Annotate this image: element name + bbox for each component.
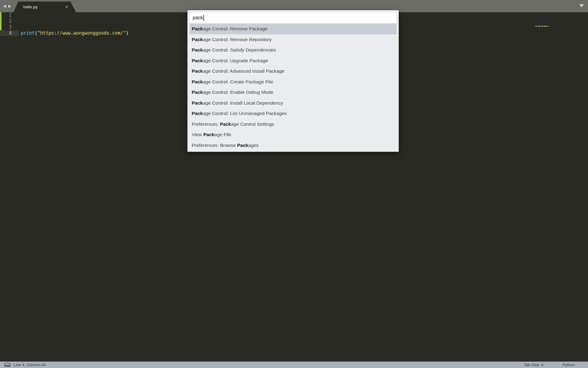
tab-title: hello.py xyxy=(23,5,37,9)
code-text: print("https://www.wongwonggoods.com/") xyxy=(21,30,129,36)
palette-item[interactable]: Package Control: List Unmanaged Packages xyxy=(190,108,397,119)
palette-item[interactable]: Package Control: Satisfy Dependencies xyxy=(190,45,397,56)
palette-item[interactable]: Package Control: Remove Package xyxy=(190,24,397,34)
palette-item[interactable]: View Package File xyxy=(190,129,397,140)
minimap[interactable] xyxy=(535,26,549,27)
palette-item[interactable]: Package Control: Create Package File xyxy=(190,77,397,87)
palette-item[interactable]: Package Control: Upgrade Package xyxy=(190,56,397,66)
line-number: 2 xyxy=(0,18,12,24)
status-tab-size[interactable]: Tab Size: 4 xyxy=(524,362,543,367)
status-language[interactable]: Python xyxy=(563,362,575,367)
tab-overflow-dropdown-icon[interactable] xyxy=(579,4,584,7)
tab-close-icon[interactable]: × xyxy=(66,4,68,9)
panel-toggle-icon[interactable] xyxy=(4,363,10,367)
line-number: 1 xyxy=(0,13,12,18)
command-palette-input[interactable]: pack xyxy=(190,12,397,23)
palette-item[interactable]: Package Control: Install Local Dependenc… xyxy=(190,98,397,109)
palette-item[interactable]: Preferences: Browse Packages xyxy=(190,140,397,151)
palette-item[interactable]: Package Control: Enable Debug Mode xyxy=(190,87,397,98)
palette-item[interactable]: Package Control: Advanced Install Packag… xyxy=(190,66,397,77)
palette-item[interactable]: Package Control: Remove Repository xyxy=(190,34,397,45)
line-number: 4 xyxy=(0,30,12,36)
tab-scroll-right-icon[interactable]: ▶ xyxy=(8,4,11,8)
status-bar: Line 4, Column 40 Tab Size: 4 Python xyxy=(0,362,588,368)
status-caret-position: Line 4, Column 40 xyxy=(13,362,46,367)
text-caret xyxy=(203,15,204,21)
line-number: 3 xyxy=(0,25,12,30)
tab-hello-py[interactable]: hello.py × xyxy=(13,2,76,12)
command-palette: pack Package Control: Remove PackagePack… xyxy=(187,10,399,152)
palette-item[interactable]: Preferences: Package Control Settings xyxy=(190,119,397,130)
command-palette-query: pack xyxy=(193,15,203,21)
tab-scroll-left-icon[interactable]: ◀ xyxy=(3,4,6,8)
palette-list: Package Control: Remove PackagePackage C… xyxy=(190,24,397,151)
tab-nav-arrows: ◀ ▶ xyxy=(3,4,11,8)
